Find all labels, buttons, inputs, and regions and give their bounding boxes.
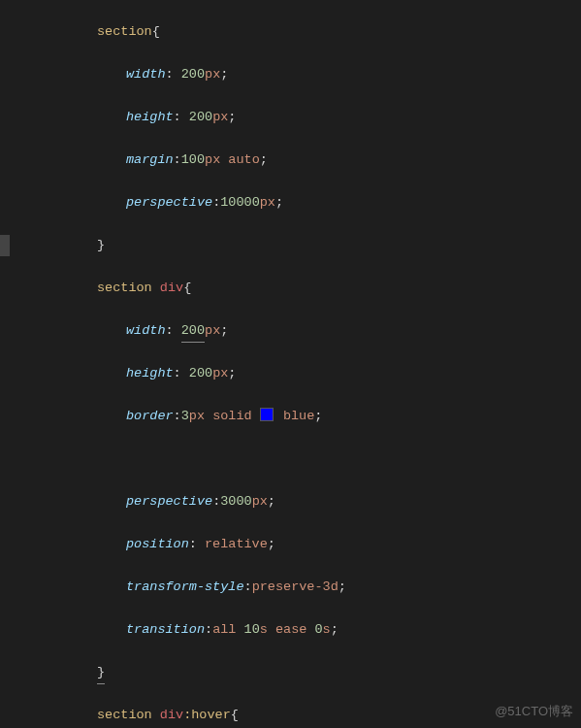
editor-gutter (0, 0, 21, 728)
property: width (126, 67, 166, 82)
gutter-marker (0, 235, 10, 256)
watermark: @51CTO博客 (495, 701, 573, 722)
selector: section (97, 24, 152, 39)
code-editor[interactable]: section{ width: 200px; height: 200px; ma… (29, 0, 581, 728)
color-swatch-blue[interactable] (260, 408, 274, 421)
